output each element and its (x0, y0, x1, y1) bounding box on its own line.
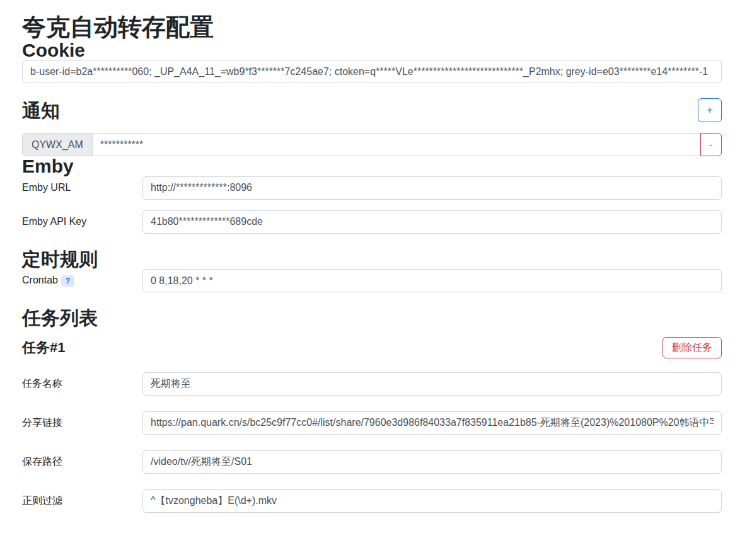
share-link-row: 分享链接 (22, 411, 722, 435)
emby-apikey-label: Emby API Key (22, 216, 142, 227)
notify-section-heading: 通知 (22, 101, 60, 121)
help-icon[interactable]: ? (61, 275, 74, 287)
remove-notify-button[interactable]: - (700, 133, 722, 156)
schedule-section-heading: 定时规则 (22, 249, 722, 270)
cookie-section-heading: Cookie (22, 40, 722, 60)
config-page: 夸克自动转存配置 Cookie 通知 + QYWX_AM - Emby Emby… (0, 15, 752, 536)
regex-filter-label: 正则过滤 (22, 494, 142, 508)
notify-section-header: 通知 + (22, 98, 722, 122)
crontab-row: Crontab? (22, 269, 722, 292)
emby-url-row: Emby URL (22, 176, 722, 200)
task-title: 任务#1 (22, 340, 65, 356)
regex-filter-input[interactable] (142, 489, 722, 513)
emby-url-input[interactable] (142, 176, 722, 200)
notify-key-label: QYWX_AM (22, 133, 93, 156)
page-title: 夸克自动转存配置 (22, 15, 722, 40)
crontab-label: Crontab? (22, 275, 142, 287)
tasks-section-heading: 任务列表 (22, 308, 722, 328)
regex-filter-row: 正则过滤 (22, 489, 722, 513)
save-path-label: 保存路径 (22, 455, 142, 469)
task-header: 任务#1 删除任务 (22, 337, 722, 358)
task-name-input[interactable] (142, 372, 722, 396)
task-name-label: 任务名称 (22, 377, 142, 391)
task-name-row: 任务名称 (22, 372, 722, 396)
emby-url-label: Emby URL (22, 182, 142, 193)
share-link-input[interactable] (142, 411, 722, 435)
notify-value-input[interactable] (92, 133, 701, 156)
crontab-input[interactable] (142, 269, 722, 292)
share-link-label: 分享链接 (22, 416, 142, 430)
add-notify-button[interactable]: + (698, 98, 722, 122)
cookie-input[interactable] (22, 60, 722, 83)
save-path-input[interactable] (142, 450, 722, 474)
save-path-row: 保存路径 (22, 450, 722, 474)
delete-task-button[interactable]: 删除任务 (662, 337, 722, 358)
emby-apikey-row: Emby API Key (22, 210, 722, 234)
crontab-label-text: Crontab (22, 275, 58, 285)
emby-section-heading: Emby (22, 156, 722, 176)
emby-apikey-input[interactable] (142, 210, 722, 234)
notify-row: QYWX_AM - (22, 133, 722, 156)
